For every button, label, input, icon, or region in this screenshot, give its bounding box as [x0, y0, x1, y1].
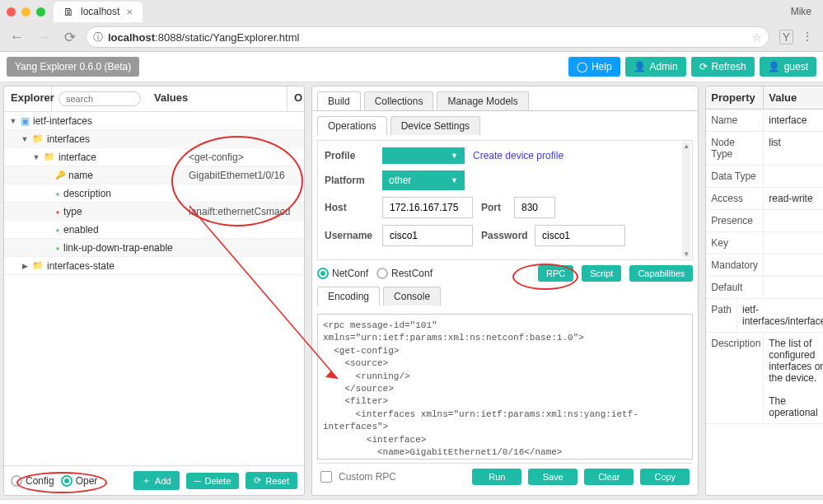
help-button[interactable]: ◯Help — [568, 57, 620, 77]
create-profile-link[interactable]: Create device profile — [473, 150, 563, 161]
profile-select[interactable]: ▼ — [382, 147, 465, 164]
port-input[interactable] — [514, 197, 555, 218]
delete-button[interactable]: ─Delete — [186, 473, 240, 489]
minus-icon: ─ — [194, 476, 201, 486]
property-row: Node Typelist — [706, 132, 823, 166]
folder-icon: 📁 — [32, 260, 44, 271]
refresh-icon: ⟳ — [699, 61, 708, 72]
tree-row[interactable]: ⬥typeianaift:ethernetCsmacd — [4, 203, 304, 221]
subtab-device-settings[interactable]: Device Settings — [390, 116, 480, 135]
site-info-icon[interactable]: ⓘ — [93, 30, 103, 44]
tree-row[interactable]: ▼▣ietf-interfaces — [4, 112, 304, 130]
back-button[interactable]: ← — [7, 29, 27, 45]
forward-button: → — [34, 29, 54, 45]
tree-row[interactable]: ▶📁interfaces-state — [4, 257, 304, 275]
tree-row[interactable]: 🔑nameGigabitEthernet1/0/16 — [4, 166, 304, 184]
extension-icon[interactable]: Y — [779, 30, 793, 44]
app-title-badge: Yang Explorer 0.6.0 (Beta) — [7, 57, 139, 77]
clear-button[interactable]: Clear — [584, 469, 634, 485]
script-button[interactable]: Script — [582, 265, 621, 282]
minimize-window-icon[interactable] — [21, 7, 30, 16]
reset-icon: ⟳ — [254, 475, 261, 486]
browser-tab[interactable]: 🗎 localhost × — [54, 2, 143, 22]
property-row: Accessread-write — [706, 188, 823, 210]
tree-row[interactable]: ⬥link-up-down-trap-enable — [4, 239, 304, 257]
plus-icon: ＋ — [142, 474, 151, 487]
node-label: link-up-down-trap-enable — [63, 242, 173, 254]
reset-button[interactable]: ⟳Reset — [245, 472, 297, 489]
node-value[interactable]: <get-config> — [185, 152, 304, 163]
node-label: name — [68, 170, 93, 181]
password-input[interactable] — [535, 225, 625, 246]
tree-row[interactable]: ⬥description — [4, 184, 304, 203]
property-row: Pathietf-interfaces/interfaces/interface — [706, 299, 823, 333]
rpc-code-area[interactable]: <rpc message-id="101" xmlns="urn:ietf:pa… — [317, 314, 693, 460]
node-label: interfaces — [47, 133, 90, 145]
node-label: enabled — [63, 224, 99, 236]
capabilities-button[interactable]: Capabilities — [629, 265, 693, 282]
twisty-icon[interactable]: ▼ — [32, 153, 40, 161]
tree-row[interactable]: ⬥enabled — [4, 221, 304, 239]
address-bar[interactable]: ⓘ localhost:8088/static/YangExplorer.htm… — [86, 26, 769, 48]
property-row: Mandatory — [706, 254, 823, 277]
yang-tree[interactable]: ▼▣ietf-interfaces▼📁interfaces▼📁interface… — [4, 112, 304, 465]
property-key: Description — [706, 333, 764, 423]
twisty-icon[interactable]: ▼ — [21, 135, 29, 143]
close-tab-icon[interactable]: × — [126, 6, 133, 18]
property-header: Property — [706, 86, 764, 109]
host-input[interactable] — [382, 197, 473, 218]
rpc-button[interactable]: RPC — [538, 265, 573, 282]
property-row: Data Type — [706, 166, 823, 188]
port-label: Port — [481, 202, 506, 213]
twisty-icon[interactable]: ▶ — [21, 262, 29, 270]
codetab-console[interactable]: Console — [383, 287, 441, 306]
property-value — [764, 166, 823, 187]
codetab-encoding[interactable]: Encoding — [317, 287, 380, 306]
restconf-radio[interactable]: RestConf — [376, 268, 433, 279]
username-input[interactable] — [382, 225, 473, 246]
reload-button[interactable]: ⟳ — [61, 29, 79, 46]
bookmark-icon[interactable]: ☆ — [752, 31, 762, 44]
platform-label: Platform — [325, 175, 374, 186]
property-value: interface — [764, 110, 823, 131]
leaf-icon: ⬥ — [55, 207, 60, 216]
netconf-radio[interactable]: NetConf — [317, 268, 368, 279]
node-value[interactable]: GigabitEthernet1/0/16 — [185, 170, 304, 181]
tab-build[interactable]: Build — [317, 91, 361, 110]
search-input[interactable] — [58, 91, 141, 106]
oper-radio[interactable]: Oper — [61, 475, 98, 487]
guest-button[interactable]: 👤guest — [760, 57, 816, 77]
property-value — [764, 232, 823, 254]
username-label: Username — [325, 230, 374, 241]
copy-button[interactable]: Copy — [640, 469, 690, 485]
tab-manage-models[interactable]: Manage Models — [437, 91, 528, 110]
property-key: Name — [706, 110, 764, 131]
tree-row[interactable]: ▼📁interface<get-config> — [4, 148, 304, 166]
twisty-icon[interactable]: ▼ — [9, 117, 17, 125]
save-button[interactable]: Save — [528, 469, 578, 485]
node-value[interactable]: ianaift:ethernetCsmacd — [185, 206, 304, 217]
password-label: Password — [481, 230, 526, 241]
menu-icon[interactable]: ⋮ — [802, 30, 813, 44]
subtab-operations[interactable]: Operations — [317, 116, 387, 135]
property-row: DescriptionThe list of configured interf… — [706, 333, 823, 424]
tree-row[interactable]: ▼📁interfaces — [4, 130, 304, 148]
run-button[interactable]: Run — [472, 469, 521, 485]
tab-collections[interactable]: Collections — [364, 91, 434, 110]
config-radio[interactable]: Config — [11, 475, 54, 487]
property-key: Default — [706, 277, 764, 298]
refresh-button[interactable]: ⟳Refresh — [691, 57, 755, 77]
properties-list: NameinterfaceNode TypelistData TypeAcces… — [706, 110, 823, 495]
platform-select[interactable]: other▼ — [382, 170, 465, 190]
scrollbar[interactable]: ▲▼ — [682, 142, 690, 258]
admin-button[interactable]: 👤Admin — [625, 57, 686, 77]
close-window-icon[interactable] — [7, 7, 16, 16]
node-label: interface — [58, 152, 96, 163]
chevron-down-icon: ▼ — [451, 152, 458, 160]
property-value — [764, 210, 823, 231]
add-button[interactable]: ＋Add — [133, 471, 180, 490]
key-icon: 🔑 — [55, 170, 65, 180]
maximize-window-icon[interactable] — [36, 7, 45, 16]
custom-rpc-checkbox[interactable] — [320, 471, 332, 483]
property-key: Access — [706, 188, 764, 209]
